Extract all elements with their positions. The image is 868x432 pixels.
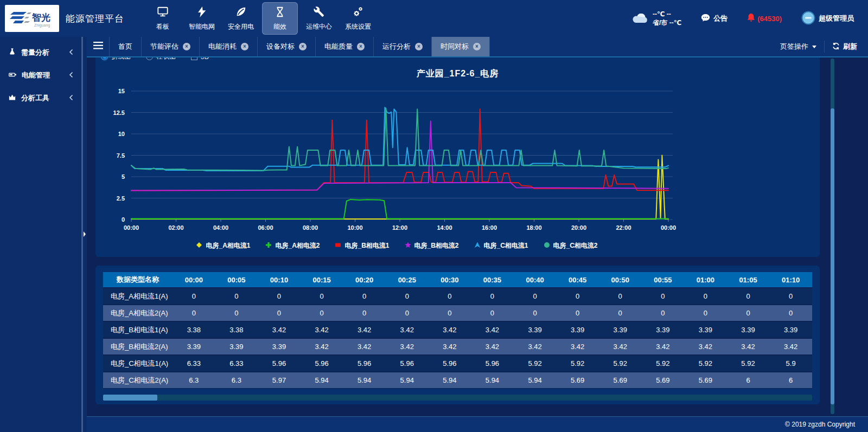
value-cell: 3.42	[343, 321, 386, 338]
checkbox-indicator[interactable]	[191, 57, 197, 60]
system-settings-icon	[352, 6, 364, 20]
legend-item-电房_A相电流2[interactable]: 电房_A相电流2	[265, 241, 320, 250]
sidebar-item-demand-analysis[interactable]: 需量分析	[0, 41, 80, 64]
value-cell: 0	[429, 305, 471, 321]
copyright-text: © 2019 zgzdh Copyright	[785, 421, 855, 428]
legend-item-电房_A相电流1[interactable]: 电房_A相电流1	[196, 241, 250, 250]
power-management-icon	[8, 70, 17, 80]
notice-button[interactable]: 公告	[701, 14, 727, 23]
close-tab-icon[interactable]: ×	[473, 43, 481, 50]
value-cell: 0	[684, 305, 727, 321]
value-cell: 5.69	[684, 372, 727, 389]
value-cell: 3.39	[599, 321, 642, 338]
tab-label: 运行分析	[382, 42, 411, 51]
tab-首页[interactable]: 首页	[110, 37, 142, 56]
value-cell: 5.92	[514, 355, 557, 372]
horizontal-scrollbar[interactable]	[103, 395, 812, 401]
star-marker-icon	[405, 242, 411, 250]
rect-marker-icon	[335, 242, 341, 250]
checkbox-3D[interactable]: 3D	[191, 57, 209, 61]
legend-item-电房_C相电流1[interactable]: 电房_C相电流1	[474, 241, 528, 250]
vertical-scrollbar[interactable]	[831, 59, 834, 414]
table-row: 电房_B相电流2(A)3.393.393.393.423.423.423.423…	[103, 338, 812, 355]
value-cell: 0	[301, 288, 343, 305]
chart-legend: 电房_A相电流1电房_A相电流2电房_B相电流1电房_B相电流2电房_C相电流1…	[105, 241, 688, 250]
tab-时间对标[interactable]: 时间对标×	[432, 37, 490, 56]
analysis-tools-icon	[8, 93, 16, 103]
tab-节能评估[interactable]: 节能评估×	[142, 37, 200, 56]
refresh-button[interactable]: 刷新	[832, 42, 868, 51]
hamburger-icon	[93, 42, 103, 51]
close-tab-icon[interactable]: ×	[183, 43, 190, 50]
cross-marker-icon	[265, 242, 272, 250]
close-tab-icon[interactable]: ×	[241, 43, 248, 50]
svg-text:15: 15	[118, 88, 125, 94]
tab-label: 时间对标	[441, 42, 469, 51]
vertical-scrollbar-thumb[interactable]	[831, 108, 834, 404]
alarm-button[interactable]: (64530)	[747, 13, 782, 24]
tab-设备对标[interactable]: 设备对标×	[258, 37, 316, 56]
value-cell: 3.39	[642, 321, 685, 338]
value-cell: 5.94	[343, 372, 386, 389]
value-cell: 3.39	[556, 321, 599, 338]
radio-indicator[interactable]	[146, 57, 153, 60]
value-cell: 5.92	[599, 355, 642, 372]
row-label: 电房_A相电流1(A)	[103, 288, 173, 305]
value-cell: 0	[471, 305, 514, 321]
svg-text:06:00: 06:00	[258, 224, 273, 231]
radio-柱状图[interactable]: 柱状图	[146, 57, 176, 61]
time-column-header: 00:50	[599, 272, 642, 288]
user-menu[interactable]: 超级管理员	[801, 11, 854, 27]
hamburger-menu-button[interactable]	[87, 37, 110, 56]
legend-item-电房_B相电流1[interactable]: 电房_B相电流1	[335, 241, 389, 250]
value-cell: 5.96	[429, 355, 471, 372]
option-label: 折线图	[111, 57, 131, 61]
value-cell: 5.96	[343, 355, 386, 372]
tab-电能消耗[interactable]: 电能消耗×	[200, 37, 258, 56]
radio-折线图[interactable]: 折线图	[101, 57, 131, 61]
logo-subtext: Zhiguang	[34, 23, 50, 28]
legend-label: 电房_A相电流1	[206, 241, 250, 250]
nav-item-smart-grid[interactable]: 智能电网	[184, 2, 220, 35]
chevron-left-icon	[69, 94, 73, 102]
sidebar-item-label: 分析工具	[21, 93, 49, 103]
close-tab-icon[interactable]: ×	[357, 43, 365, 50]
tab-operations-dropdown[interactable]: 页签操作	[780, 42, 816, 51]
value-cell: 0	[642, 305, 685, 321]
close-tab-icon[interactable]: ×	[415, 43, 423, 50]
sidebar-collapse-handle[interactable]	[83, 230, 86, 240]
tab-电能质量[interactable]: 电能质量×	[316, 37, 374, 56]
safe-power-icon	[235, 6, 247, 20]
value-cell: 0	[599, 305, 642, 321]
legend-item-电房_C相电流2[interactable]: 电房_C相电流2	[544, 241, 598, 250]
horizontal-scrollbar-thumb[interactable]	[103, 395, 157, 401]
value-cell: 3.42	[599, 338, 642, 355]
nav-item-system-settings[interactable]: 系统设置	[340, 2, 376, 35]
close-tab-icon[interactable]: ×	[299, 43, 307, 50]
sidebar-item-analysis-tools[interactable]: 分析工具	[0, 87, 80, 109]
body-row: 需量分析 电能管理 分析工具	[0, 37, 868, 432]
value-cell: 0	[556, 305, 599, 321]
value-cell: 5.94	[514, 372, 557, 389]
chart-type-options: 折线图柱状图3D	[101, 57, 209, 61]
tab-运行分析[interactable]: 运行分析×	[374, 37, 432, 56]
svg-text:7.5: 7.5	[117, 152, 125, 159]
legend-label: 电房_A相电流2	[275, 241, 320, 250]
value-cell: 5.96	[471, 355, 514, 372]
value-cell: 5.96	[301, 355, 343, 372]
nav-item-ops-center[interactable]: 运维中心	[301, 2, 337, 35]
demand-analysis-icon	[8, 48, 16, 57]
nav-item-safe-power[interactable]: 安全用电	[223, 2, 259, 35]
value-cell: 5.96	[258, 355, 301, 372]
sidebar-item-power-management[interactable]: 电能管理	[0, 64, 80, 87]
value-cell: 3.42	[386, 321, 429, 338]
legend-label: 电房_B相电流1	[344, 241, 389, 250]
radio-indicator[interactable]	[101, 57, 108, 60]
legend-item-电房_B相电流2[interactable]: 电房_B相电流2	[405, 241, 459, 250]
svg-text:5: 5	[122, 173, 125, 180]
nav-item-dashboard[interactable]: 看板	[145, 2, 181, 35]
nav-item-energy-efficiency[interactable]: 能效	[262, 2, 298, 35]
value-cell: 5.92	[556, 355, 599, 372]
svg-text:02:00: 02:00	[168, 224, 183, 231]
svg-text:20:00: 20:00	[571, 224, 586, 231]
